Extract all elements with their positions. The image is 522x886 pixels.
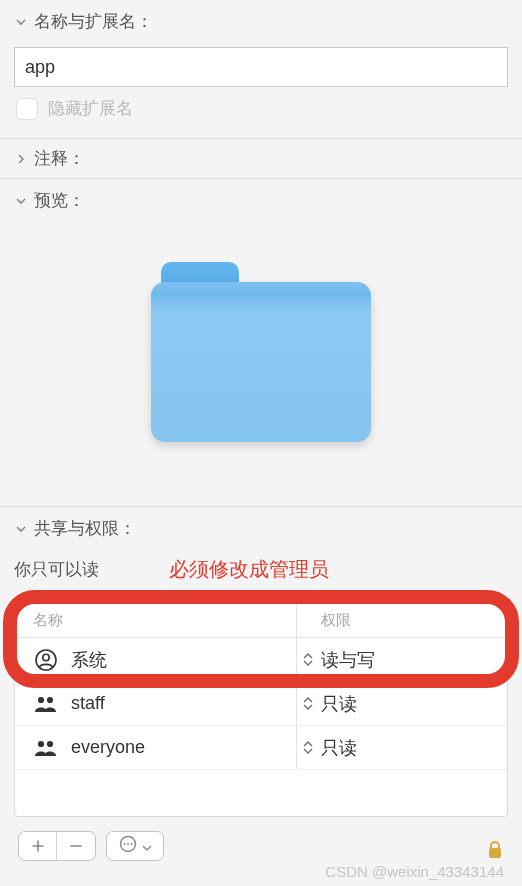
remove-button[interactable] [57, 832, 95, 860]
section-title: 共享与权限： [34, 517, 136, 540]
preview-content [14, 212, 508, 496]
svg-point-3 [47, 696, 53, 702]
action-menu-button[interactable] [106, 831, 164, 861]
bottom-controls [14, 831, 508, 861]
hide-extension-checkbox[interactable] [16, 98, 38, 120]
row-name: staff [71, 693, 105, 714]
hide-extension-label: 隐藏扩展名 [48, 97, 133, 120]
privilege-select[interactable]: 只读 [297, 682, 507, 725]
stepper-icon [303, 697, 317, 710]
permissions-table: 名称 权限 系统 读与写 [14, 603, 508, 817]
hide-extension-row: 隐藏扩展名 [16, 97, 508, 120]
section-title: 预览： [34, 189, 85, 212]
svg-point-8 [127, 843, 129, 845]
section-toggle-comments[interactable]: 注释： [14, 147, 508, 170]
column-header-privilege: 权限 [297, 604, 507, 637]
ellipsis-circle-icon [119, 835, 137, 857]
watermark: CSDN @weixin_43343144 [325, 863, 504, 880]
svg-point-9 [130, 843, 132, 845]
folder-icon [151, 262, 371, 442]
table-header: 名称 权限 [15, 604, 507, 638]
users-icon [33, 735, 59, 761]
svg-point-7 [123, 843, 125, 845]
stepper-icon [303, 741, 317, 754]
section-title: 注释： [34, 147, 85, 170]
stepper-icon [303, 653, 317, 666]
section-toggle-preview[interactable]: 预览： [14, 189, 508, 212]
chevron-down-icon [14, 15, 28, 29]
section-sharing: 共享与权限： 你只可以读 必须修改成管理员 名称 权限 系统 [0, 507, 522, 871]
row-privilege: 读与写 [321, 648, 375, 672]
add-remove-buttons [18, 831, 96, 861]
svg-rect-10 [489, 848, 501, 858]
svg-point-5 [47, 740, 53, 746]
chevron-down-icon [14, 194, 28, 208]
table-row[interactable]: 系统 读与写 [15, 638, 507, 682]
sharing-note: 必须修改成管理员 [169, 556, 329, 583]
table-row[interactable]: everyone 只读 [15, 726, 507, 770]
lock-icon[interactable] [486, 840, 504, 864]
svg-point-2 [38, 696, 44, 702]
sharing-status: 你只可以读 [14, 558, 99, 581]
section-title: 名称与扩展名： [34, 10, 153, 33]
section-toggle-sharing[interactable]: 共享与权限： [14, 517, 508, 540]
chevron-down-icon [14, 522, 28, 536]
chevron-down-icon [142, 837, 152, 855]
privilege-select[interactable]: 只读 [297, 726, 507, 769]
svg-point-4 [38, 740, 44, 746]
add-button[interactable] [19, 832, 57, 860]
name-input[interactable]: app [14, 47, 508, 87]
row-name: 系统 [71, 648, 107, 672]
svg-point-1 [43, 654, 49, 660]
row-privilege: 只读 [321, 736, 357, 760]
row-name: everyone [71, 737, 145, 758]
column-header-name: 名称 [15, 604, 297, 637]
users-icon [33, 691, 59, 717]
table-row[interactable]: staff 只读 [15, 682, 507, 726]
section-name-extension: 名称与扩展名： app 隐藏扩展名 [0, 0, 522, 139]
section-preview: 预览： [0, 179, 522, 507]
user-circle-icon [33, 647, 59, 673]
chevron-right-icon [14, 152, 28, 166]
section-comments: 注释： [0, 139, 522, 179]
privilege-select[interactable]: 读与写 [297, 638, 507, 681]
row-privilege: 只读 [321, 692, 357, 716]
section-toggle-name-extension[interactable]: 名称与扩展名： [14, 10, 508, 33]
